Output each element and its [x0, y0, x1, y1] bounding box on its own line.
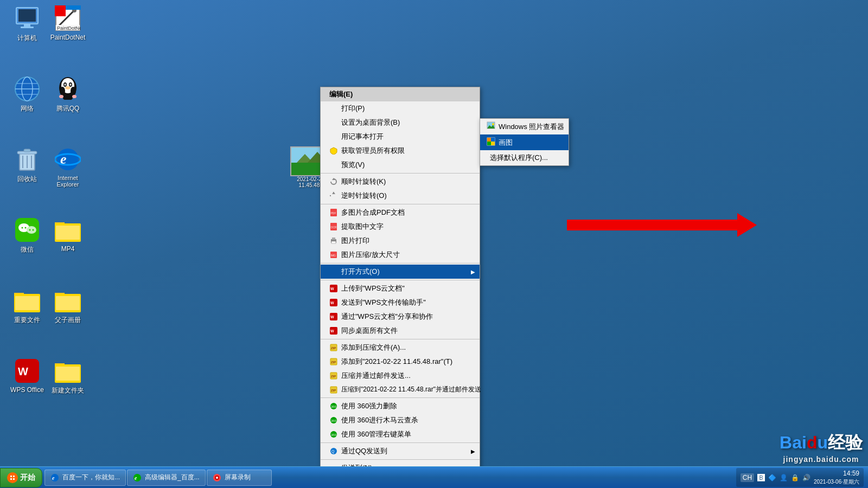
- svg-rect-25: [63, 95, 73, 100]
- open-with-arrow: ▶: [471, 269, 475, 275]
- svg-rect-108: [13, 476, 15, 477]
- svg-text:e: e: [52, 475, 55, 481]
- desktop-icon-newfolder[interactable]: 新建文件夹: [46, 358, 90, 395]
- taskbar-ie-icon: e: [50, 473, 59, 482]
- desktop-icon-familyalbum[interactable]: 父子画册: [46, 287, 90, 325]
- svg-text:OCR: OCR: [331, 226, 337, 229]
- context-menu-ocr[interactable]: OCR 提取图中文字: [321, 220, 480, 234]
- context-menu-preview[interactable]: 预览(V): [321, 158, 480, 172]
- rotate-ccw-icon: [329, 191, 338, 200]
- context-menu-get-admin[interactable]: 获取管理员所有权限: [321, 144, 480, 158]
- wps-icon: W: [14, 358, 40, 384]
- desktop-icon-impfiles[interactable]: 重要文件: [5, 287, 49, 325]
- context-menu-add-zip2[interactable]: ZIP 添加到"2021-02-22 11.45.48.rar"(T): [321, 355, 480, 369]
- submenu-huatu[interactable]: 画图: [480, 134, 569, 150]
- taskbar-item-editor[interactable]: e 高级编辑器_百度...: [127, 470, 206, 486]
- huatu-icon: [487, 137, 495, 147]
- taskbar-right: CH 🅱 🔷 👤 🔒 🔊 14:59 2021-03-06·星期六: [732, 468, 868, 487]
- wps-cloud-icon: W: [329, 284, 338, 293]
- clock-time: 14:59: [814, 470, 859, 478]
- svg-text:ZIP: ZIP: [331, 375, 336, 378]
- ie-icon-label: InternetExplorer: [57, 175, 79, 188]
- context-menu-share-wps[interactable]: W 通过"WPS云文档"分享和协作: [321, 310, 480, 324]
- rotate-cw-icon: [329, 177, 338, 186]
- context-menu-360menu[interactable]: 360 使用 360管理右键菜单: [321, 427, 480, 441]
- taskbar-item-recorder[interactable]: 屏幕录制: [207, 470, 272, 486]
- separator-8: [321, 459, 480, 460]
- svg-rect-105: [491, 142, 495, 145]
- clock[interactable]: 14:59 2021-03-06·星期六: [814, 470, 859, 485]
- submenu-choose-default[interactable]: 选择默认程序(C)...: [480, 150, 569, 165]
- network-icon: [14, 76, 40, 102]
- taskbar: 开始 e 百度一下，你就知... e: [0, 466, 868, 488]
- context-menu-compress-email[interactable]: ZIP 压缩并通过邮件发送...: [321, 369, 480, 383]
- svg-rect-109: [10, 478, 12, 480]
- context-menu-send-wps[interactable]: W 发送到"WPS文件传输助手": [321, 296, 480, 310]
- desktop-icon-wechat[interactable]: 微信: [5, 217, 49, 254]
- familyalbum-folder-icon: [55, 287, 81, 313]
- resize-icon: IMG: [329, 251, 338, 259]
- svg-text:Q: Q: [331, 450, 335, 454]
- separator-5: [321, 339, 480, 339]
- desktop-icon-computer[interactable]: 计算机: [5, 5, 49, 43]
- context-menu-send-qq[interactable]: Q 通过QQ发送到 ▶: [321, 444, 480, 458]
- preview-icon: [329, 160, 338, 169]
- tray-icon-5: 🔊: [802, 474, 810, 481]
- svg-text:PDF: PDF: [331, 211, 336, 215]
- svg-point-42: [29, 229, 31, 231]
- context-menu-rotate-ccw[interactable]: 逆时针旋转(O): [321, 189, 480, 203]
- desktop-icon-qq[interactable]: 腾讯QQ: [46, 76, 90, 113]
- paintdotnet-icon-label: PaintDotNet: [50, 34, 86, 41]
- taskbar-editor-label: 高级编辑器_百度...: [145, 473, 200, 482]
- context-menu-sync-desktop[interactable]: W 同步桌面所有文件: [321, 324, 480, 338]
- pdf-icon: PDF: [329, 208, 338, 217]
- context-menu-360del[interactable]: 360 使用 360强力删除: [321, 399, 480, 413]
- tray-icon-4: 🔒: [791, 474, 799, 481]
- desktop-icon-ie[interactable]: e InternetExplorer: [46, 146, 90, 188]
- context-menu-header: 编辑(E): [321, 87, 480, 101]
- wechat-icon-label: 微信: [21, 245, 34, 254]
- svg-point-24: [71, 87, 76, 95]
- context-menu-merge-pdf[interactable]: PDF 多图片合成PDF文档: [321, 206, 480, 220]
- taskbar-recorder-label: 屏幕录制: [225, 473, 251, 482]
- submenu-windows-viewer[interactable]: Windows 照片查看器: [480, 119, 569, 134]
- context-menu-open-notepad[interactable]: 用记事本打开: [321, 130, 480, 144]
- svg-rect-1: [18, 9, 36, 22]
- context-menu-add-zip[interactable]: ZIP 添加到压缩文件(A)...: [321, 341, 480, 355]
- context-menu-set-bg[interactable]: 设置为桌面背景(B): [321, 115, 480, 130]
- compress-email2-icon: ZIP: [329, 386, 338, 394]
- lang-indicator[interactable]: CH: [741, 473, 754, 482]
- context-menu-open-with[interactable]: 打开方式(O) ▶: [321, 265, 480, 279]
- desktop-icon-paintdotnet[interactable]: PaintDotNet PaintDotNet: [46, 5, 90, 41]
- context-menu-print2[interactable]: 图片打印: [321, 234, 480, 248]
- context-menu-360scan[interactable]: 360 使用 360进行木马云查杀: [321, 413, 480, 427]
- svg-rect-107: [10, 476, 12, 477]
- context-menu-rotate-cw[interactable]: 顺时针旋转(K): [321, 175, 480, 189]
- desktop-icon-wps[interactable]: W WPS Office: [5, 358, 49, 394]
- desktop-icon-network[interactable]: 网络: [5, 76, 49, 113]
- taskbar-item-baidu[interactable]: e 百度一下，你就知...: [44, 470, 126, 486]
- context-menu-resize[interactable]: IMG 图片压缩/放大尺寸: [321, 248, 480, 262]
- wps-icon-label: WPS Office: [10, 386, 44, 394]
- recycle-bin-icon-label: 回收站: [17, 175, 37, 184]
- svg-point-41: [25, 227, 27, 229]
- paintdotnet-icon: PaintDotNet: [55, 5, 81, 31]
- newfolder-label: 新建文件夹: [52, 386, 84, 395]
- svg-point-20: [65, 84, 66, 86]
- context-menu-upload-wps[interactable]: W 上传到"WPS云文档": [321, 281, 480, 296]
- desktop-icon-mp4[interactable]: MP4: [46, 217, 90, 253]
- svg-text:W: W: [330, 301, 334, 305]
- context-menu-print[interactable]: 打印(P): [321, 101, 480, 115]
- desktop-icon-recycle[interactable]: 回收站: [5, 146, 49, 184]
- arrow-body: [567, 220, 737, 230]
- taskbar-items: e 百度一下，你就知... e 高级编辑器_百度...: [44, 470, 732, 486]
- svg-rect-2: [24, 24, 30, 27]
- svg-point-26: [59, 95, 63, 98]
- start-button[interactable]: 开始: [0, 468, 42, 487]
- context-menu-compress-email2[interactable]: ZIP 压缩到"2021-02-22 11.45.48.rar"并通过邮件发送: [321, 383, 480, 396]
- mp4-folder-label: MP4: [61, 245, 75, 253]
- svg-point-21: [70, 84, 72, 86]
- shield-icon: [329, 146, 338, 155]
- impfiles-folder-label: 重要文件: [14, 316, 40, 325]
- svg-point-100: [492, 123, 494, 125]
